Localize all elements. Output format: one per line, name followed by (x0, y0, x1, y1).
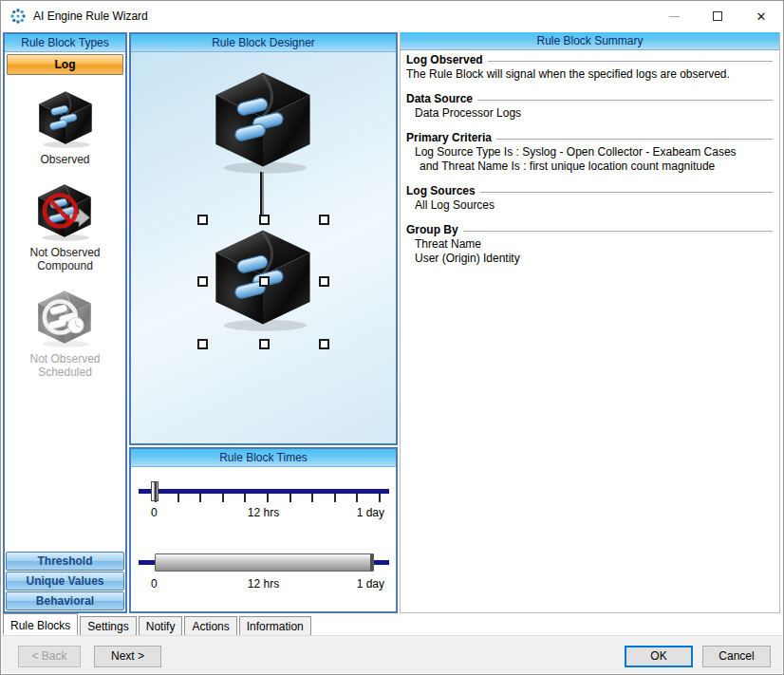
title-bar: AI Engine Rule Wizard ✕ (1, 1, 783, 31)
rule-block-designer-header: Rule Block Designer (131, 34, 396, 52)
next-button[interactable]: Next > (94, 646, 161, 667)
designer-column: Rule Block Designer Rule (129, 32, 398, 613)
section-title: Primary Criteria (406, 131, 492, 145)
rule-block-designer-panel: Rule Block Designer (129, 32, 398, 445)
observed-cube-icon (34, 86, 97, 149)
log-category-button[interactable]: Log (7, 54, 123, 75)
selection-handle-center[interactable] (259, 276, 270, 287)
time-slider-ticks (155, 494, 381, 502)
ai-engine-rule-wizard-window: AI Engine Rule Wizard ✕ Rule Block Types… (0, 0, 784, 675)
section-title: Group By (406, 223, 458, 237)
summary-section-log-sources: Log Sources All Log Sources (406, 184, 773, 213)
rule-block-types-panel: Rule Block Types Log Observed (3, 32, 127, 613)
rule-type-not-observed-compound[interactable]: Not Observed Compound (29, 179, 100, 272)
rule-block-types-header: Rule Block Types (5, 34, 125, 52)
tab-notify[interactable]: Notify (139, 616, 183, 635)
selection-handle-w[interactable] (197, 276, 208, 287)
tick-label-0: 0 (151, 577, 158, 591)
footer-bar: < Back Next > OK Cancel (2, 635, 782, 673)
selection-handle-sw[interactable] (197, 339, 208, 349)
tick-label-12hrs: 12 hrs (248, 506, 279, 519)
rule-block-times-panel: Rule Block Times 0 12 hrs 1 day 0 (129, 447, 398, 613)
section-title: Log Sources (406, 184, 476, 198)
type-category-buttons: Threshold Unique Values Behavioral (5, 551, 125, 611)
maximize-icon (713, 11, 722, 21)
close-icon: ✕ (756, 9, 767, 24)
range-slider-bar[interactable] (155, 553, 374, 572)
section-line: The Rule Block will signal when the spec… (406, 67, 773, 82)
summary-section-data-source: Data Source Data Processor Logs (406, 92, 773, 121)
tick-label-0: 0 (151, 506, 158, 519)
section-rule-line (480, 192, 773, 195)
rule-type-observed[interactable]: Observed (34, 86, 97, 166)
tab-rule-blocks[interactable]: Rule Blocks (3, 613, 78, 635)
designer-source-cube-icon[interactable] (207, 64, 319, 176)
block-connector-line (260, 172, 264, 219)
section-rule-line (496, 139, 773, 141)
section-line: Log Source Type Is : Syslog - Open Colle… (406, 145, 773, 159)
section-title: Data Source (406, 92, 473, 106)
selection-handle-n[interactable] (259, 215, 270, 225)
section-line: All Log Sources (406, 198, 773, 213)
section-line: Data Processor Logs (406, 106, 773, 121)
minimize-icon (669, 16, 680, 17)
main-area: Rule Block Types Log Observed (1, 32, 783, 613)
section-rule-line (488, 61, 773, 64)
section-rule-line (477, 100, 773, 103)
minimize-button[interactable] (652, 1, 696, 31)
selection-handle-ne[interactable] (319, 215, 329, 225)
not-observed-compound-icon (33, 179, 96, 242)
section-line: User (Origin) Identity (406, 252, 773, 266)
section-line: and Threat Name Is : first unique locati… (406, 159, 773, 174)
cancel-button[interactable]: Cancel (702, 646, 771, 667)
tick-label-1day: 1 day (357, 506, 384, 519)
section-rule-line (463, 231, 773, 234)
rule-type-label: Not Observed Scheduled (29, 352, 100, 379)
summary-section-group-by: Group By Threat Name User (Origin) Ident… (406, 223, 773, 266)
section-line: Threat Name (406, 237, 773, 252)
rule-block-summary-header: Rule Block Summary (401, 32, 779, 50)
back-button: < Back (18, 646, 81, 667)
not-observed-scheduled-icon (33, 286, 96, 348)
rule-block-summary-panel: Rule Block Summary Log Observed The Rule… (400, 32, 780, 613)
close-button[interactable]: ✕ (739, 1, 783, 31)
summary-section-primary-criteria: Primary Criteria Log Source Type Is : Sy… (406, 131, 773, 174)
wizard-tabstrip: Rule Blocks Settings Notify Actions Info… (3, 613, 313, 635)
times-body: 0 12 hrs 1 day 0 12 hrs 1 day (131, 467, 396, 611)
time-slider-handle[interactable] (151, 481, 159, 501)
app-logo-icon (9, 8, 27, 25)
ok-button[interactable]: OK (625, 646, 693, 667)
tick-label-12hrs: 12 hrs (248, 577, 279, 591)
designer-canvas[interactable] (131, 52, 396, 443)
window-title: AI Engine Rule Wizard (33, 9, 148, 23)
rule-type-label: Not Observed Compound (29, 246, 100, 272)
selection-handle-se[interactable] (319, 339, 329, 349)
tick-label-1day: 1 day (357, 577, 384, 591)
rule-block-times-header: Rule Block Times (131, 449, 396, 467)
selection-handle-s[interactable] (259, 339, 270, 349)
rule-type-list: Observed Not Observed Compound (5, 77, 125, 551)
behavioral-category-button[interactable]: Behavioral (6, 591, 124, 610)
tab-settings[interactable]: Settings (80, 616, 136, 635)
selection-handle-e[interactable] (319, 276, 329, 287)
summary-section-log-observed: Log Observed The Rule Block will signal … (406, 53, 773, 82)
time-slider-labels: 0 12 hrs 1 day (131, 506, 396, 519)
rule-type-not-observed-scheduled: Not Observed Scheduled (29, 286, 100, 379)
tab-actions[interactable]: Actions (184, 616, 236, 635)
rule-type-label: Observed (40, 153, 89, 166)
tab-information[interactable]: Information (239, 616, 311, 635)
section-title: Log Observed (406, 53, 483, 67)
selection-handle-nw[interactable] (197, 215, 208, 225)
summary-body: Log Observed The Rule Block will signal … (401, 50, 779, 276)
range-slider-labels: 0 12 hrs 1 day (131, 577, 396, 591)
unique-values-category-button[interactable]: Unique Values (6, 572, 124, 591)
maximize-button[interactable] (696, 1, 739, 31)
threshold-category-button[interactable]: Threshold (6, 552, 124, 571)
